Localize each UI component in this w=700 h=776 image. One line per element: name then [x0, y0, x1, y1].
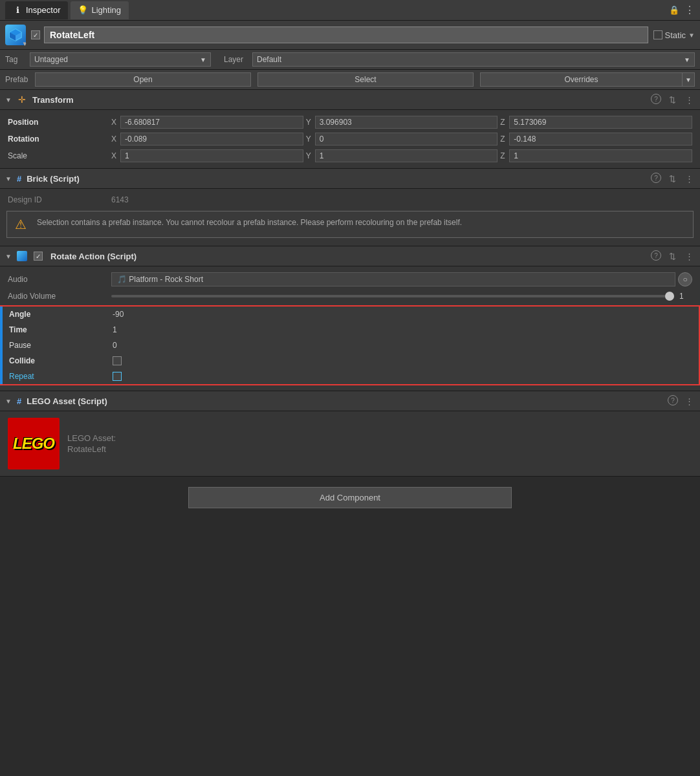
highlighted-fields: Angle -90 Time 1 Pause 0 Collide Repeat — [0, 305, 700, 385]
object-name-input[interactable] — [44, 27, 648, 43]
transform-settings-icon[interactable]: ⇅ — [666, 94, 678, 105]
volume-slider-thumb[interactable] — [665, 292, 674, 301]
tab-inspector[interactable]: ℹ Inspector — [5, 1, 68, 19]
volume-row: Audio Volume 1 — [0, 288, 700, 304]
scale-x-field: X — [111, 149, 303, 162]
volume-slider[interactable] — [111, 295, 674, 297]
rotation-z-input[interactable] — [509, 133, 692, 146]
static-checkbox[interactable] — [653, 30, 662, 39]
transform-header[interactable]: ▼ ✛ Transform ? ⇅ ⋮ — [0, 90, 700, 110]
tab-lighting[interactable]: 💡 Lighting — [71, 1, 129, 19]
lego-asset-actions: ? ⋮ — [668, 395, 695, 407]
brick-help-icon[interactable]: ? — [651, 173, 661, 183]
brick-script-header[interactable]: ▼ # Brick (Script) ? ⇅ ⋮ — [0, 169, 700, 189]
scale-z-label: Z — [500, 151, 508, 160]
lego-asset-label: LEGO Asset: — [67, 433, 116, 443]
scale-y-label: Y — [306, 151, 314, 160]
active-checkbox[interactable]: ✓ — [31, 30, 40, 39]
object-icon: ▼ — [5, 25, 26, 45]
brick-script-actions: ? ⇅ ⋮ — [651, 173, 695, 184]
object-icon-arrow: ▼ — [23, 42, 27, 47]
layer-select[interactable]: Default ▼ — [252, 52, 695, 67]
collide-checkbox[interactable] — [113, 356, 122, 365]
transform-arrow: ▼ — [5, 96, 12, 103]
rotation-y-field: Y — [306, 133, 498, 146]
layer-label: Layer — [224, 55, 247, 64]
transform-actions: ? ⇅ ⋮ — [651, 94, 695, 105]
transform-icon: ✛ — [17, 94, 27, 105]
transform-content: Position X Y Z Rotation — [0, 110, 700, 168]
position-values: X Y Z — [111, 116, 692, 129]
position-x-input[interactable] — [120, 116, 303, 129]
prefab-overrides-button[interactable]: Overrides — [480, 72, 683, 87]
repeat-row: Repeat — [1, 369, 699, 384]
tab-bar: ℹ Inspector 💡 Lighting 🔒 ⋮ — [0, 0, 700, 21]
angle-label: Angle — [9, 310, 113, 319]
lego-asset-content: LEGO LEGO Asset: RotateLeft — [0, 411, 700, 476]
lock-icon[interactable]: 🔒 — [669, 5, 679, 15]
inspector-icon: ℹ — [13, 6, 22, 15]
transform-help-icon[interactable]: ? — [651, 94, 661, 104]
rotation-row: Rotation X Y Z — [0, 131, 700, 147]
brick-script-arrow: ▼ — [5, 175, 12, 182]
add-component-container: Add Component — [0, 477, 700, 519]
prefab-select-button[interactable]: Select — [257, 72, 474, 87]
position-row: Position X Y Z — [0, 114, 700, 131]
prefab-overrides-dropdown[interactable]: ▼ — [683, 72, 695, 87]
position-z-label: Z — [500, 118, 508, 127]
more-menu-icon[interactable]: ⋮ — [684, 4, 695, 16]
rotate-action-actions: ? ⇅ ⋮ — [651, 250, 695, 262]
time-value: 1 — [113, 325, 117, 334]
angle-row: Angle -90 — [1, 307, 699, 322]
tag-select[interactable]: Untagged ▼ — [30, 52, 211, 67]
layer-dropdown-arrow: ▼ — [684, 56, 690, 63]
tab-group: ℹ Inspector 💡 Lighting — [5, 1, 129, 19]
scale-y-input[interactable] — [315, 149, 498, 162]
audio-circle-button[interactable]: ○ — [678, 272, 692, 286]
rotation-y-input[interactable] — [315, 133, 498, 146]
tag-layer-row: Tag Untagged ▼ Layer Default ▼ — [0, 50, 700, 70]
highlight-side-bar — [0, 307, 3, 384]
static-dropdown-arrow[interactable]: ▼ — [688, 32, 695, 39]
audio-value: 🎵 Platform - Rock Short — [111, 272, 675, 286]
add-component-button[interactable]: Add Component — [188, 487, 512, 508]
position-x-field: X — [111, 116, 303, 129]
brick-more-icon[interactable]: ⋮ — [683, 173, 695, 184]
tab-inspector-label: Inspector — [26, 5, 60, 15]
lego-asset-header[interactable]: ▼ # LEGO Asset (Script) ? ⋮ — [0, 391, 700, 411]
rotation-values: X Y Z — [111, 133, 692, 146]
brick-script-title: Brick (Script) — [27, 174, 646, 184]
rotate-settings-icon[interactable]: ⇅ — [666, 250, 678, 262]
rotation-label: Rotation — [8, 135, 111, 144]
scale-label: Scale — [8, 151, 111, 160]
rotate-action-header[interactable]: ▼ ✓ Rotate Action (Script) ? ⇅ ⋮ — [0, 246, 700, 266]
position-y-input[interactable] — [315, 116, 498, 129]
lego-more-icon[interactable]: ⋮ — [683, 395, 695, 407]
brick-settings-icon[interactable]: ⇅ — [666, 173, 678, 184]
transform-more-icon[interactable]: ⋮ — [683, 94, 695, 105]
scale-z-input[interactable] — [509, 149, 692, 162]
scale-x-input[interactable] — [120, 149, 303, 162]
lego-asset-title: LEGO Asset (Script) — [27, 396, 662, 406]
rotate-action-section: ▼ ✓ Rotate Action (Script) ? ⇅ ⋮ Audio 🎵… — [0, 246, 700, 391]
pause-row: Pause 0 — [1, 338, 699, 353]
lego-info: LEGO Asset: RotateLeft — [67, 433, 116, 454]
position-z-input[interactable] — [509, 116, 692, 129]
rotate-help-icon[interactable]: ? — [651, 250, 661, 261]
rotate-action-icon — [17, 251, 27, 261]
volume-label: Audio Volume — [8, 292, 111, 301]
prefab-open-button[interactable]: Open — [35, 72, 251, 87]
rotate-more-icon[interactable]: ⋮ — [683, 250, 695, 262]
time-label: Time — [9, 325, 113, 334]
rotate-action-checkbox[interactable]: ✓ — [34, 252, 43, 261]
lego-asset-icon: # — [17, 396, 21, 406]
rotate-action-arrow: ▼ — [5, 253, 12, 260]
repeat-checkbox[interactable] — [113, 372, 122, 381]
lego-asset-section: ▼ # LEGO Asset (Script) ? ⋮ LEGO LEGO As… — [0, 391, 700, 477]
pause-value: 0 — [113, 341, 117, 350]
brick-script-icon: # — [17, 174, 21, 184]
rotation-z-field: Z — [500, 133, 692, 146]
lego-help-icon[interactable]: ? — [668, 395, 678, 405]
rotation-x-input[interactable] — [120, 133, 303, 146]
lighting-icon: 💡 — [78, 6, 87, 15]
